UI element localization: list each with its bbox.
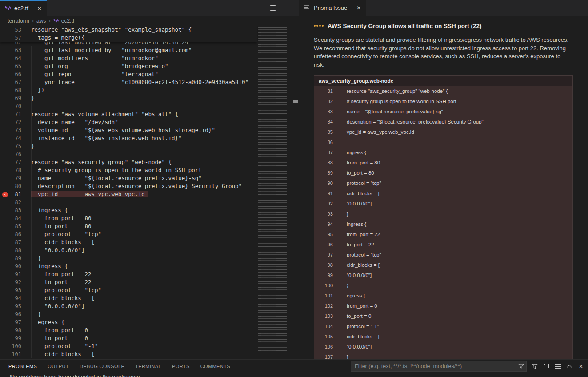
code-line[interactable]: 73 volume_id = "${aws_ebs_volume.web_hos…	[0, 126, 257, 134]
issue-code-line: 96 to_port = 22	[314, 240, 572, 250]
code-line[interactable]: 88 "0.0.0.0/0"]	[0, 246, 257, 254]
breadcrumb-aws[interactable]: aws	[36, 18, 46, 24]
issue-code-line: 91 cidr_blocks = [	[314, 188, 572, 199]
panel-tab[interactable]: COMMENTS	[200, 361, 231, 372]
prisma-issue-panel: Prisma Issue ✕ ⋯ AWS Security Group allo…	[299, 0, 588, 359]
code-line[interactable]: 96 }	[0, 310, 257, 318]
code-line[interactable]: 94 cidr_blocks = [	[0, 294, 257, 302]
code-editor[interactable]: 62 git_last_modified_at = "2020-06-16 14…	[0, 26, 299, 359]
maximize-panel-icon[interactable]	[566, 363, 573, 370]
code-line[interactable]: 82	[0, 198, 257, 206]
line-text: git_org = "bridgecrewio"	[31, 63, 168, 69]
code-line[interactable]: 101 cidr_blocks = [	[0, 350, 257, 358]
code-line[interactable]: 64 git_modifiers = "nimrodkor"	[0, 54, 257, 62]
code-line[interactable]: 80 description = "${local.resource_prefi…	[0, 182, 257, 190]
split-editor-icon[interactable]	[270, 5, 276, 11]
code-line[interactable]: 65 git_org = "bridgecrewio"	[0, 62, 257, 70]
issue-code-line: 105 cidr_blocks = [	[314, 332, 572, 342]
code-line[interactable]: 84 from_port = 80	[0, 214, 257, 222]
scrollbar-handle[interactable]	[293, 100, 298, 103]
editor-scrollbar[interactable]	[292, 26, 299, 359]
code-line[interactable]: 78 # security group is open to the world…	[0, 166, 257, 174]
line-text: vpc_id = aws_vpc.web_vpc.id	[333, 127, 414, 137]
line-number: 100	[314, 281, 333, 291]
code-line[interactable]: 72 device_name = "/dev/sdh"	[0, 118, 257, 126]
code-line[interactable]: 91 from_port = 22	[0, 270, 257, 278]
code-line[interactable]: 86 protocol = "tcp"	[0, 230, 257, 238]
sticky-line[interactable]: 57 tags = merge({	[0, 34, 257, 42]
code-line[interactable]: 71 resource "aws_volume_attachment" "ebs…	[0, 110, 257, 118]
code-line[interactable]: 76	[0, 150, 257, 158]
line-number: 84	[10, 214, 21, 222]
code-line[interactable]: 77 resource "aws_security_group" "web-no…	[0, 158, 257, 166]
close-tab-icon[interactable]: ✕	[356, 5, 361, 11]
filter-badge-icon[interactable]	[518, 363, 524, 370]
code-line[interactable]: 99 to_port = 0	[0, 334, 257, 342]
code-line[interactable]: 83 ingress {	[0, 206, 257, 214]
error-icon	[2, 192, 8, 197]
line-number: 94	[10, 294, 21, 302]
line-text: from_port = 80	[333, 158, 380, 168]
problems-filter-input[interactable]	[351, 361, 527, 372]
code-line[interactable]: 100 protocol = "-1"	[0, 342, 257, 350]
code-line[interactable]: 95 "0.0.0.0/0"]	[0, 302, 257, 310]
panel-tab[interactable]: TERMINAL	[135, 361, 162, 372]
close-panel-icon[interactable]: ✕	[577, 363, 584, 370]
code-line[interactable]: 85 to_port = 80	[0, 222, 257, 230]
tab-prisma-issue[interactable]: Prisma Issue ✕	[299, 0, 366, 16]
line-text: }	[31, 143, 35, 149]
panel-tab[interactable]: PROBLEMS	[8, 361, 37, 372]
code-line[interactable]: 98 from_port = 0	[0, 326, 257, 334]
panel-tab[interactable]: PORTS	[172, 361, 190, 372]
sticky-scroll[interactable]: 53 resource "aws_ebs_snapshot" "example_…	[0, 26, 257, 42]
line-text: protocol = "tcp"	[31, 231, 101, 237]
line-text: from_port = 22	[31, 271, 91, 277]
panel-tab[interactable]: DEBUG CONSOLE	[79, 361, 125, 372]
code-line[interactable]: 89 }	[0, 254, 257, 262]
issue-code-line: 97 protocol = "tcp"	[314, 250, 572, 260]
code-line[interactable]: 69 }	[0, 94, 257, 102]
line-number: 63	[10, 46, 21, 54]
line-number: 96	[10, 310, 21, 318]
line-number: 73	[10, 126, 21, 134]
line-number: 71	[10, 110, 21, 118]
code-line[interactable]: 75 }	[0, 142, 257, 150]
close-tab-icon[interactable]: ✕	[37, 5, 42, 12]
issue-code-line: 95 from_port = 22	[314, 229, 572, 240]
minimap[interactable]	[257, 26, 292, 357]
more-actions-icon[interactable]: ⋯	[574, 4, 581, 12]
collapse-all-icon[interactable]	[543, 363, 550, 370]
code-line[interactable]: 79 name = "${local.resource_prefix.value…	[0, 174, 257, 182]
filter-icon[interactable]	[531, 363, 538, 370]
issue-code-line: 93 }	[314, 209, 572, 219]
code-line[interactable]: 70	[0, 102, 257, 110]
line-text: }	[31, 255, 41, 261]
code-line[interactable]: 67 yor_trace = "c1008080-ec2f-4512-a0d0-…	[0, 78, 257, 86]
code-line[interactable]: 92 to_port = 22	[0, 278, 257, 286]
line-text: device_name = "/dev/sdh"	[31, 119, 118, 125]
line-number: 64	[10, 54, 21, 62]
issue-code-line: 99 "0.0.0.0/0"]	[314, 270, 572, 281]
code-line[interactable]: 68 })	[0, 86, 257, 94]
code-line[interactable]: 97 egress {	[0, 318, 257, 326]
code-line[interactable]: 93 protocol = "tcp"	[0, 286, 257, 294]
code-line[interactable]: 81 vpc_id = aws_vpc.web_vpc.id	[0, 190, 257, 198]
code-line[interactable]: 74 instance_id = "${aws_instance.web_hos…	[0, 134, 257, 142]
code-line[interactable]: 90 ingress {	[0, 262, 257, 270]
line-text: egress {	[31, 319, 64, 325]
line-number: 85	[314, 127, 333, 137]
tab-ec2-tf[interactable]: ec2.tf ✕	[0, 0, 47, 16]
breadcrumb-terraform[interactable]: terraform	[8, 18, 29, 24]
line-number: 83	[314, 107, 333, 117]
more-actions-icon[interactable]: ⋯	[284, 4, 291, 12]
sticky-line[interactable]: 53 resource "aws_ebs_snapshot" "example_…	[0, 26, 257, 34]
breadcrumb-file[interactable]: ec2.tf	[61, 18, 74, 24]
line-number: 53	[10, 26, 21, 34]
line-number: 93	[314, 209, 333, 219]
code-line[interactable]: 87 cidr_blocks = [	[0, 238, 257, 246]
view-mode-icon[interactable]	[554, 363, 561, 370]
code-line[interactable]: 63 git_last_modified_by = "nimrodkor@gma…	[0, 46, 257, 54]
code-line[interactable]: 66 git_repo = "terragoat"	[0, 70, 257, 78]
issue-code-line: 84 description = "${local.resource_prefi…	[314, 117, 572, 127]
panel-tab[interactable]: OUTPUT	[47, 361, 69, 372]
